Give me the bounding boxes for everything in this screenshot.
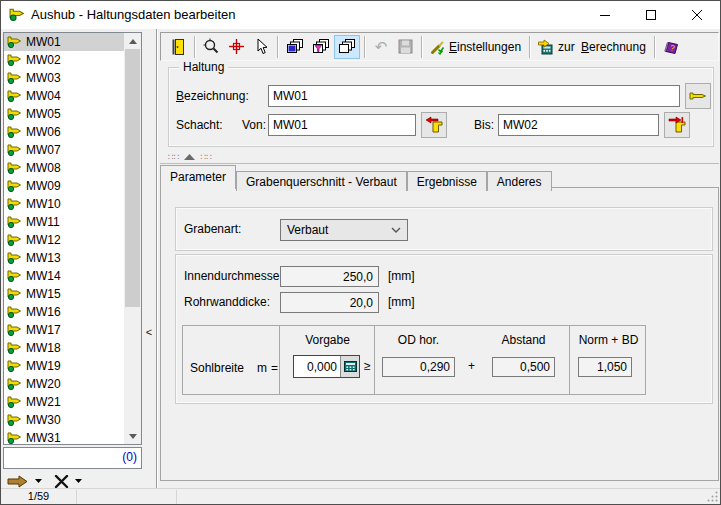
apply-arrow-dropdown[interactable] bbox=[33, 479, 44, 483]
tab-grabenquerschnitt-verbaut[interactable]: Grabenquerschnitt - Verbaut bbox=[236, 171, 407, 191]
zoom-button[interactable] bbox=[199, 35, 224, 59]
vorgabe-header: Vorgabe bbox=[280, 333, 375, 347]
apply-arrow-button[interactable] bbox=[5, 475, 31, 488]
list-item-mw03[interactable]: MW03 bbox=[4, 69, 124, 87]
exit-button[interactable] bbox=[165, 35, 190, 59]
splitter-handle[interactable]: ∷∷ ∷∷ bbox=[160, 151, 719, 164]
list-item-mw10[interactable]: MW10 bbox=[4, 195, 124, 213]
abmessungen-group: Innendurchmesser: [mm] Rohrwanddicke: [m… bbox=[175, 254, 713, 404]
list-item-label: MW17 bbox=[26, 323, 61, 337]
abstand-field[interactable] bbox=[492, 357, 555, 377]
help-book-icon: ? bbox=[663, 39, 680, 55]
innendurchmesser-field[interactable] bbox=[280, 266, 379, 287]
list-item-mw08[interactable]: MW08 bbox=[4, 159, 124, 177]
bis-field[interactable] bbox=[498, 114, 659, 136]
resize-grip[interactable] bbox=[706, 490, 719, 503]
bezeichnung-pick-button[interactable] bbox=[685, 83, 711, 109]
scroll-down-button[interactable] bbox=[124, 428, 141, 444]
list-scrollbar[interactable] bbox=[124, 33, 141, 444]
list-item-mw09[interactable]: MW09 bbox=[4, 177, 124, 195]
bis-pick-button[interactable] bbox=[664, 112, 690, 138]
list-item-mw15[interactable]: MW15 bbox=[4, 285, 124, 303]
tab-ergebnisse[interactable]: Ergebnisse bbox=[407, 171, 487, 191]
list-item-mw16[interactable]: MW16 bbox=[4, 303, 124, 321]
list-item-mw04[interactable]: MW04 bbox=[4, 87, 124, 105]
toolbar-separator bbox=[529, 36, 530, 58]
scrollbar-thumb[interactable] bbox=[125, 49, 140, 307]
windows-plain-button[interactable] bbox=[334, 35, 360, 59]
list-item-mw07[interactable]: MW07 bbox=[4, 141, 124, 159]
delete-button[interactable] bbox=[52, 475, 71, 488]
list-item-label: MW05 bbox=[26, 107, 61, 121]
list-item-mw20[interactable]: MW20 bbox=[4, 375, 124, 393]
list-item-mw17[interactable]: MW17 bbox=[4, 321, 124, 339]
list-item-mw21[interactable]: MW21 bbox=[4, 393, 124, 411]
crosshair-button[interactable] bbox=[224, 35, 249, 59]
sohlbreite-table: Sohlbreite m = Vorgabe bbox=[182, 325, 646, 395]
sidebar-collapse-button[interactable]: < bbox=[143, 323, 155, 341]
list-item-label: MW09 bbox=[26, 179, 61, 193]
toolbar: ↶ Einstellungen bbox=[160, 32, 719, 61]
windows-blue-icon bbox=[286, 39, 304, 55]
haltung-pipe-icon bbox=[7, 414, 22, 426]
bezeichnung-field[interactable] bbox=[268, 85, 680, 107]
haltung-pipe-icon bbox=[7, 324, 22, 336]
haltung-pipe-icon bbox=[7, 180, 22, 192]
bezeichnung-label: Bezeichnung: bbox=[176, 89, 249, 103]
save-icon bbox=[398, 39, 413, 54]
list-item-mw05[interactable]: MW05 bbox=[4, 105, 124, 123]
toolbar-separator bbox=[194, 36, 195, 58]
delete-dropdown[interactable] bbox=[73, 479, 84, 483]
minimize-button[interactable] bbox=[582, 1, 628, 29]
grabenart-combo[interactable]: Verbaut bbox=[280, 219, 408, 241]
list-item-mw06[interactable]: MW06 bbox=[4, 123, 124, 141]
haltung-pipe-icon bbox=[7, 126, 22, 138]
zur-berechnung-button[interactable]: zur Berechnung bbox=[534, 35, 650, 59]
undo-button[interactable]: ↶ bbox=[369, 35, 393, 59]
haltung-pipe-icon bbox=[7, 306, 22, 318]
maximize-button[interactable] bbox=[628, 1, 674, 29]
collapse-up-icon bbox=[184, 154, 195, 160]
einstellungen-button[interactable]: Einstellungen bbox=[426, 35, 525, 59]
haltung-group-label: Haltung bbox=[179, 60, 228, 74]
list-item-mw31[interactable]: MW31 bbox=[4, 429, 124, 444]
scroll-up-button[interactable] bbox=[124, 33, 141, 49]
equals-sign: = bbox=[271, 361, 278, 375]
windows-filter-button[interactable] bbox=[308, 35, 334, 59]
filter-input[interactable] bbox=[5, 449, 105, 467]
od-hor-field[interactable] bbox=[382, 357, 455, 377]
vorgabe-field[interactable] bbox=[294, 356, 340, 377]
haltung-pipe-icon bbox=[7, 252, 22, 264]
von-pick-button[interactable] bbox=[421, 112, 447, 138]
delete-x-icon bbox=[54, 475, 69, 488]
list-item-mw18[interactable]: MW18 bbox=[4, 339, 124, 357]
save-button[interactable] bbox=[393, 35, 417, 59]
tab-parameter[interactable]: Parameter bbox=[160, 165, 236, 189]
haltung-list[interactable]: MW01 MW02 MW03 MW04 MW05 MW06 MW07 MW08 … bbox=[3, 32, 142, 445]
cursor-icon bbox=[253, 38, 269, 55]
close-button[interactable] bbox=[674, 1, 720, 29]
list-item-mw19[interactable]: MW19 bbox=[4, 357, 124, 375]
haltung-pipe-icon bbox=[7, 288, 22, 300]
list-item-mw14[interactable]: MW14 bbox=[4, 267, 124, 285]
vorgabe-calc-button[interactable] bbox=[340, 356, 359, 377]
haltung-pipe-icon bbox=[7, 108, 22, 120]
help-button[interactable]: ? bbox=[659, 35, 684, 59]
grabenart-label: Grabenart: bbox=[184, 222, 241, 236]
tab-anderes[interactable]: Anderes bbox=[487, 171, 552, 191]
list-item-mw12[interactable]: MW12 bbox=[4, 231, 124, 249]
von-field[interactable] bbox=[268, 114, 416, 136]
einstellungen-label: Einstellungen bbox=[449, 40, 521, 54]
norm-bd-field[interactable] bbox=[578, 357, 632, 377]
list-item-mw01[interactable]: MW01 bbox=[4, 33, 124, 51]
select-cursor-button[interactable] bbox=[249, 35, 273, 59]
list-item-mw11[interactable]: MW11 bbox=[4, 213, 124, 231]
schacht-bis-icon bbox=[668, 116, 687, 134]
list-item-mw30[interactable]: MW30 bbox=[4, 411, 124, 429]
list-item-mw13[interactable]: MW13 bbox=[4, 249, 124, 267]
statusbar-separator bbox=[176, 490, 177, 505]
windows-blue-button[interactable] bbox=[282, 35, 308, 59]
haltung-pipe-icon bbox=[7, 72, 22, 84]
list-item-mw02[interactable]: MW02 bbox=[4, 51, 124, 69]
rohrwanddicke-field[interactable] bbox=[280, 292, 379, 313]
